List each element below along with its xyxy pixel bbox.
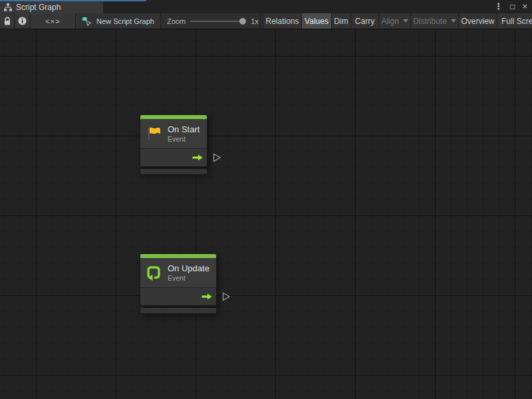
- zoom-slider-handle[interactable]: [239, 18, 246, 25]
- output-port-triangle[interactable]: [222, 292, 231, 301]
- window-controls: ⋮ □ ×: [494, 0, 532, 13]
- align-dropdown[interactable]: Align: [378, 13, 410, 29]
- control-output-arrow-icon[interactable]: [192, 154, 203, 161]
- dropdown-caret-icon: [403, 19, 408, 23]
- align-label: Align: [381, 17, 399, 26]
- script-graph-icon: [3, 3, 13, 12]
- control-output-arrow-icon[interactable]: [201, 293, 212, 300]
- info-icon: [18, 17, 27, 25]
- zoom-label: Zoom: [167, 17, 186, 25]
- output-port-triangle[interactable]: [213, 153, 221, 162]
- node-footer: [140, 308, 217, 314]
- node-subtitle: Event: [168, 274, 209, 283]
- toolbar: <×> New Script Graph Zoom 1x Relations V…: [0, 13, 532, 29]
- node-on-start[interactable]: On Start Event: [140, 114, 207, 175]
- zoom-slider-track: [190, 21, 246, 22]
- info-button[interactable]: [15, 13, 31, 29]
- dim-button[interactable]: Dim: [331, 13, 350, 29]
- zoom-control: Zoom 1x: [161, 13, 261, 29]
- node-footer: [140, 169, 207, 175]
- kebab-menu-icon[interactable]: ⋮: [494, 0, 503, 13]
- relations-button[interactable]: Relations: [263, 13, 301, 29]
- tab-bar: Script Graph ⋮ □ ×: [0, 0, 532, 13]
- node-header: On Start Event: [140, 119, 207, 148]
- node-subtitle: Event: [168, 135, 200, 144]
- node-port-row: [140, 287, 216, 305]
- node-on-update[interactable]: On Update Event: [140, 253, 217, 314]
- graph-selector[interactable]: New Script Graph: [76, 13, 161, 29]
- node-body: On Start Event: [140, 114, 207, 167]
- node-body: On Update Event: [140, 253, 217, 306]
- zoom-value: 1x: [251, 17, 259, 25]
- distribute-dropdown[interactable]: Distribute: [410, 13, 458, 29]
- script-graph-window: Script Graph ⋮ □ × <×>: [0, 0, 532, 399]
- graph-name-label: New Script Graph: [96, 17, 154, 25]
- toolbar-right-group: Relations Values Dim Carry Align Distrib…: [263, 13, 532, 29]
- lock-button[interactable]: [0, 13, 15, 29]
- flag-icon: [145, 125, 162, 142]
- graph-icon: [82, 16, 92, 27]
- maximize-icon[interactable]: □: [510, 0, 515, 13]
- full-screen-button[interactable]: Full Screen: [497, 13, 532, 29]
- overview-button[interactable]: Overview: [458, 13, 497, 29]
- node-title: On Start: [168, 124, 200, 135]
- node-titles: On Update Event: [168, 263, 209, 283]
- node-titles: On Start Event: [168, 124, 200, 144]
- lock-icon: [3, 17, 11, 26]
- values-button[interactable]: Values: [301, 13, 331, 29]
- node-header: On Update Event: [140, 258, 216, 287]
- distribute-label: Distribute: [413, 17, 447, 26]
- zoom-slider[interactable]: [190, 18, 246, 25]
- graph-canvas[interactable]: On Start Event: [0, 30, 532, 399]
- carry-button[interactable]: Carry: [350, 13, 378, 29]
- node-port-row: [140, 148, 207, 166]
- code-view-toggle[interactable]: <×>: [31, 13, 76, 29]
- dropdown-caret-icon: [451, 19, 456, 23]
- close-icon[interactable]: ×: [522, 0, 527, 13]
- node-title: On Update: [168, 263, 209, 274]
- tab-script-graph[interactable]: Script Graph: [0, 1, 103, 13]
- loop-icon: [145, 264, 162, 281]
- tab-title: Script Graph: [16, 3, 61, 12]
